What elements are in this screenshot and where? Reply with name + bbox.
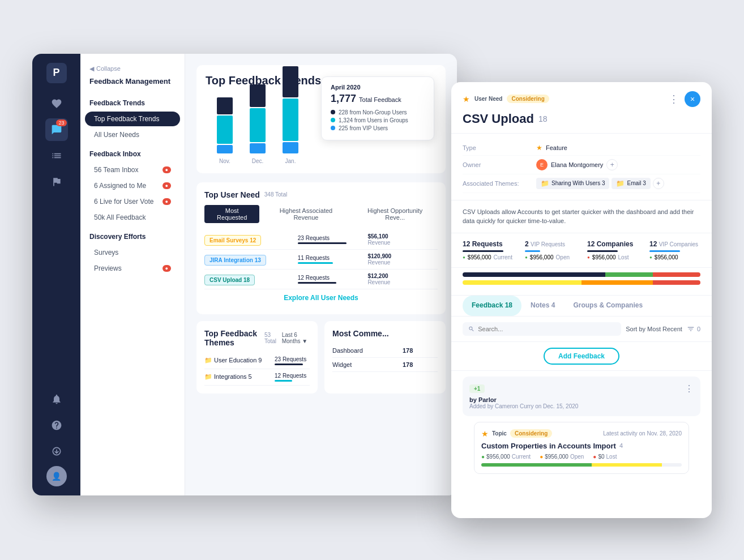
sidebar-icon-chart[interactable] [45,144,68,167]
card-progress-bar [481,463,682,467]
panel-description: CSV Uploads allow Accounts to get starte… [451,200,712,233]
add-theme-button[interactable]: + [653,178,664,189]
tooltip-item-3: 225 from VIP Users [331,125,425,131]
panel-badges: ★ User Need Considering [463,95,549,104]
table-row: Dashboard 178 [332,344,438,358]
user-avatar-sidebar[interactable]: 👤 [46,466,67,486]
panel-header: ★ User Need Considering ⋮ × CSV Upload 1… [451,82,712,134]
search-row: Sort by Most Recent 0 [451,317,712,342]
tooltip-item-1: 228 from Non-Group Users [331,109,425,116]
most-common-section: Most Comme... Dashboard 178 Widget 178 [324,321,446,394]
tooltip-item-2: 1,324 from Users in Groups [331,117,425,123]
table-row: Email Surveys 12 23 Requests $56,100 Rev… [204,230,438,250]
explore-all-user-needs-link[interactable]: Explore All User Needs [204,289,438,306]
nav-item-surveys[interactable]: Surveys [85,245,180,260]
tab-highest-opportunity[interactable]: Highest Opportunity Reve... [352,205,438,223]
nav-title: Feedback Management [80,77,185,92]
table-row: CSV Upload 18 12 Requests $12,200 Revenu… [204,270,438,289]
progress-bar-2 [463,280,700,285]
table-row: JIRA Integration 13 11 Requests $120,900… [204,250,438,270]
card-star-icon: ★ [481,429,489,438]
considering-badge: Considering [507,95,549,103]
nav-item-assigned[interactable]: 6 Assigned to Me ● [85,178,180,193]
nav-item-previews[interactable]: Previews ● [85,261,180,276]
metrics-row: 12 Requests ●$956,000 Current 2 VIP Requ… [451,233,712,268]
main-window: P 23 👤 [32,54,457,495]
main-content-area: Top Feedback Trends Nov. [185,54,457,495]
nav-item-all-user-needs[interactable]: All User Needs [85,127,180,142]
card-badges: ★ Topic Considering [481,429,552,438]
nav-item-team-inbox[interactable]: 56 Team Inbox ● [85,163,180,177]
themes-title: Top Feedback Themes [204,329,260,347]
nav-item-top-feedback-trends[interactable]: Top Feedback Trends [85,112,180,126]
sidebar-icon-question[interactable] [45,414,68,437]
close-button[interactable]: × [685,91,700,107]
nav-item-live-vote[interactable]: 6 Live for User Vote ● [85,194,180,209]
meta-row-themes: Associated Themes: 📁Sharing With Users 3… [463,174,700,193]
metric-requests: 12 Requests ●$956,000 Current [463,240,514,260]
filter-button[interactable]: 0 [687,325,700,333]
panel-title: CSV Upload 18 [463,112,700,126]
top-themes-section: Top Feedback Themes 53 Total Last 6 Mont… [196,321,318,394]
search-input[interactable] [478,326,615,332]
metric-companies: 12 Companies ●$956,000 Lost [587,240,638,260]
add-owner-button[interactable]: + [606,159,618,170]
table-row: Widget 178 [332,358,438,372]
user-need-tabs: Most Requested Highest Associated Revenu… [204,205,438,223]
vote-badge: +1 [469,384,485,393]
tab-highest-revenue[interactable]: Highest Associated Revenue [262,205,350,223]
progress-bars [451,268,712,296]
tooltip-date: April 2020 [331,84,425,91]
panel-actions: ⋮ × [669,91,700,107]
tooltip-total: 1,777 Total Feedback [331,93,425,105]
themes-badge: 53 Total [264,332,277,344]
latest-activity-date: Latest activity on Nov. 28, 2020 [603,430,682,437]
app-logo[interactable]: P [46,63,67,83]
user-need-total-badge: 348 Total [264,191,287,198]
collapse-button[interactable]: ◀ Collapse [80,63,185,77]
tab-notes[interactable]: Notes 4 [521,296,564,316]
user-need-badge: User Need [474,96,502,102]
table-row: 📁 Integrations 5 12 Requests [204,369,310,386]
user-need-section-title: Top User Need [204,190,260,199]
tab-most-requested[interactable]: Most Requested [204,205,259,223]
sort-button[interactable]: Sort by Most Recent [626,326,682,332]
tab-groups-companies[interactable]: Groups & Companies [564,296,652,316]
user-need-table: Email Surveys 12 23 Requests $56,100 Rev… [204,230,438,289]
sidebar-icon-flag[interactable] [45,170,68,193]
sidebar-icon-chat[interactable]: 23 [45,118,68,141]
metric-vip-requests: 2 VIP Requests ●$956,000 Open [525,240,576,260]
card-metrics: ●$956,000 Current ●$956,000 Open ●$0 Los… [481,454,682,460]
table-row: 📁 User Education 9 23 Requests [204,353,310,369]
need-tag-csv-upload: CSV Upload 18 [204,275,255,285]
feedback-source: by Parlor [469,396,694,403]
more-options-button[interactable]: ⋮ [669,93,680,105]
sidebar-icon-bell[interactable] [45,388,68,411]
bar-group-jan: Jan. [283,66,298,164]
bottom-row: Top Feedback Themes 53 Total Last 6 Mont… [196,321,446,394]
left-navigation: ◀ Collapse Feedback Management Feedback … [80,54,185,495]
filter-icon [687,325,695,333]
themes-filter[interactable]: Last 6 Months ▼ [282,332,310,344]
sidebar-icon-export[interactable] [45,440,68,463]
add-feedback-button[interactable]: Add Feedback [544,348,619,365]
bottom-card: ★ Topic Considering Latest activity on N… [474,422,689,474]
add-feedback-row: Add Feedback [451,342,712,371]
nav-section-discovery: Discovery Efforts [80,226,185,244]
meta-row-owner: Owner E Elana Montgomery + [463,156,700,174]
meta-row-type: Type ★ Feature [463,140,700,156]
nav-section-feedback-trends: Feedback Trends [80,92,185,110]
topic-badge: Topic [492,430,507,437]
tab-feedback[interactable]: Feedback 18 [463,296,521,316]
need-tag-jira: JIRA Integration 13 [204,255,266,266]
detail-panel: ★ User Need Considering ⋮ × CSV Upload 1… [451,82,712,518]
search-icon [468,326,474,332]
progress-bar-1 [463,272,700,277]
sidebar-icon-heart[interactable] [45,92,68,115]
theme-tag-email: 📁Email 3 [612,178,650,189]
feedback-item-more[interactable]: ⋮ [685,383,694,394]
feedback-item: +1 ⋮ by Parlor Added by Cameron Curry on… [463,377,700,416]
nav-item-all-feedback[interactable]: 50k All Feedback [85,210,180,225]
chat-badge: 23 [56,119,66,126]
panel-meta: Type ★ Feature Owner E Elana Montgomery … [451,134,712,200]
